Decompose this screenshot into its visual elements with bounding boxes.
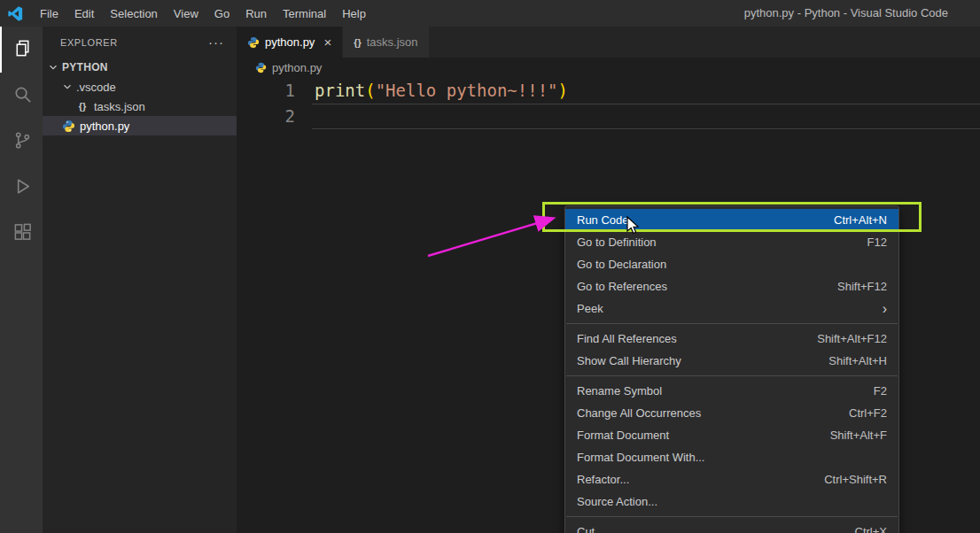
menu-item-peek[interactable]: Peek › [565, 297, 898, 320]
tab-python-py[interactable]: python.py × [237, 27, 342, 58]
menu-item-shortcut: Ctrl+X [855, 525, 887, 533]
token-paren-open: ( [365, 81, 375, 100]
menu-item-source-action[interactable]: Source Action... [565, 491, 898, 513]
explorer-sidebar: EXPLORER ··· PYTHON .vscode {} tasks.jso… [43, 27, 237, 533]
token-function: print [315, 81, 365, 100]
menu-separator [566, 323, 898, 324]
menu-item-label: Go to Declaration [577, 258, 666, 271]
menu-item-label: Show Call Hierarchy [577, 354, 681, 367]
menu-item-shortcut: Shift+Alt+F [830, 429, 887, 442]
menu-item-shortcut: Ctrl+F2 [849, 406, 887, 420]
tree-item-tasks-json[interactable]: {} tasks.json [43, 97, 237, 116]
search-icon [12, 84, 33, 108]
chevron-down-icon [60, 81, 74, 93]
menu-item-format-document-with[interactable]: Format Document With... [565, 446, 898, 468]
code-line-2: 2 [237, 104, 980, 129]
files-icon [12, 38, 33, 62]
menu-run[interactable]: Run [237, 0, 275, 27]
menu-item-go-to-references[interactable]: Go to References Shift+F12 [565, 275, 898, 297]
tree-root-python[interactable]: PYTHON [43, 58, 237, 77]
root-folder-label: PYTHON [62, 61, 108, 73]
explorer-title: EXPLORER [60, 37, 118, 48]
line-number: 1 [237, 78, 295, 104]
line-number: 2 [237, 104, 295, 129]
menu-item-format-document[interactable]: Format Document Shift+Alt+F [565, 424, 898, 446]
menu-item-label: Go to References [577, 280, 667, 293]
python-file-icon [247, 36, 260, 49]
menu-item-shortcut: F2 [874, 384, 887, 398]
explorer-header: EXPLORER ··· [43, 27, 237, 58]
token-string: "Hello python~!!!" [376, 81, 558, 100]
menu-item-find-all-references[interactable]: Find All References Shift+Alt+F12 [565, 328, 898, 350]
python-file-icon [255, 62, 267, 73]
menu-item-label: Format Document With... [577, 451, 704, 464]
submenu-arrow-icon: › [883, 302, 887, 316]
close-icon[interactable]: × [323, 35, 331, 50]
menu-item-show-call-hierarchy[interactable]: Show Call Hierarchy Shift+Alt+H [565, 350, 898, 372]
title-bar: File Edit Selection View Go Run Terminal… [0, 0, 980, 27]
menu-item-shortcut: Ctrl+Shift+R [824, 473, 887, 486]
json-file-icon: {} [354, 37, 362, 48]
file-label: tasks.json [94, 100, 145, 113]
activity-bar [0, 27, 43, 533]
json-file-icon: {} [74, 101, 90, 112]
extensions-icon [12, 222, 33, 246]
tree-item-python-py[interactable]: python.py [43, 116, 237, 135]
menu-item-refactor[interactable]: Refactor... Ctrl+Shift+R [565, 468, 898, 491]
vscode-window: File Edit Selection View Go Run Terminal… [0, 0, 980, 533]
menu-item-label: Cut [577, 525, 595, 533]
menu-file[interactable]: File [32, 0, 66, 27]
menu-edit[interactable]: Edit [66, 0, 102, 27]
menu-item-change-all-occurrences[interactable]: Change All Occurrences Ctrl+F2 [565, 402, 898, 424]
tab-label: python.py [265, 35, 315, 49]
menu-selection[interactable]: Selection [102, 0, 165, 27]
menu-item-run-code[interactable]: Run Code Ctrl+Alt+N [565, 209, 898, 231]
menu-separator [566, 375, 898, 376]
vscode-logo-icon [8, 6, 23, 21]
python-file-icon [60, 120, 76, 133]
menu-item-label: Run Code [577, 213, 629, 227]
menu-item-label: Rename Symbol [577, 384, 662, 398]
menu-item-label: Peek [577, 302, 603, 315]
activity-source-control[interactable] [0, 119, 43, 165]
menu-item-cut[interactable]: Cut Ctrl+X [565, 521, 898, 533]
code-line-1: 1 print("Hello python~!!!") [237, 78, 980, 104]
menu-item-label: Find All References [577, 332, 677, 345]
source-control-icon [12, 130, 33, 154]
editor-context-menu: Run Code Ctrl+Alt+N Go to Definition F12… [564, 205, 899, 533]
run-debug-icon [12, 176, 33, 200]
explorer-more-actions-icon[interactable]: ··· [208, 35, 224, 50]
tab-label: tasks.json [367, 35, 418, 49]
activity-extensions[interactable] [0, 211, 43, 257]
menu-item-shortcut: F12 [867, 236, 887, 249]
folder-label: .vscode [76, 81, 116, 94]
menu-item-go-to-declaration[interactable]: Go to Declaration [565, 253, 898, 275]
activity-run-debug[interactable] [0, 165, 43, 211]
menu-item-label: Go to Definition [577, 236, 657, 249]
menu-go[interactable]: Go [206, 0, 237, 27]
code-text: print("Hello python~!!!") [295, 78, 568, 104]
menu-item-label: Change All Occurrences [577, 406, 701, 420]
menu-view[interactable]: View [166, 0, 206, 27]
tree-item-vscode-folder[interactable]: .vscode [43, 77, 237, 97]
menu-item-label: Format Document [577, 429, 669, 442]
menu-item-label: Source Action... [577, 495, 657, 508]
menu-item-shortcut: Shift+F12 [837, 280, 887, 293]
current-line-highlight [312, 104, 980, 129]
tab-tasks-json[interactable]: {} tasks.json [343, 27, 428, 58]
menu-separator [566, 516, 898, 517]
breadcrumb: python.py [237, 58, 980, 78]
token-paren-close: ) [558, 81, 568, 100]
activity-search[interactable] [0, 73, 43, 119]
file-label: python.py [80, 120, 129, 133]
activity-explorer[interactable] [0, 27, 43, 73]
breadcrumb-item[interactable]: python.py [272, 61, 322, 74]
menu-item-rename-symbol[interactable]: Rename Symbol F2 [565, 380, 898, 402]
menu-item-label: Refactor... [577, 473, 629, 486]
menu-item-shortcut: Shift+Alt+H [828, 354, 887, 367]
menu-help[interactable]: Help [334, 0, 374, 27]
menu-item-go-to-definition[interactable]: Go to Definition F12 [565, 231, 898, 253]
menu-terminal[interactable]: Terminal [275, 0, 334, 27]
menu-bar: File Edit Selection View Go Run Terminal… [32, 0, 374, 27]
menu-item-shortcut: Shift+Alt+F12 [817, 332, 887, 345]
